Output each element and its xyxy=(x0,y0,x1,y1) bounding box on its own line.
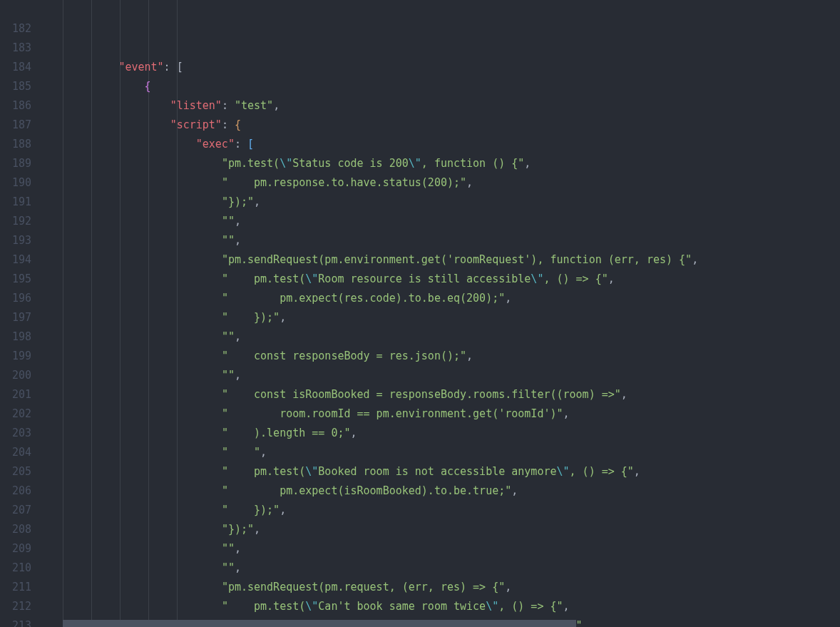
code-line[interactable]: "pm.sendRequest(pm.environment.get('room… xyxy=(41,250,840,270)
line-number: 185 xyxy=(0,77,31,96)
whitespace xyxy=(41,369,222,382)
whitespace xyxy=(41,465,222,478)
code-line[interactable]: "});", xyxy=(41,520,840,539)
code-line[interactable]: " pm.test(\"Room resource is still acces… xyxy=(41,270,840,289)
line-number: 202 xyxy=(0,404,31,424)
code-line[interactable]: "pm.test(\"Status code is 200\", functio… xyxy=(41,154,840,173)
code-line[interactable]: { xyxy=(41,77,840,96)
whitespace xyxy=(41,292,222,305)
token-str: "" xyxy=(222,542,235,555)
line-number: 184 xyxy=(0,58,31,77)
code-line[interactable]: "", xyxy=(41,559,840,578)
token-punc: , xyxy=(563,600,570,613)
code-line[interactable]: " room.roomId == pm.environment.get('roo… xyxy=(41,404,840,424)
token-str: Status code is 200 xyxy=(292,157,409,170)
token-punc: , xyxy=(235,215,241,228)
token-str: "" xyxy=(222,561,235,574)
line-number: 188 xyxy=(0,135,31,154)
token-esc: \" xyxy=(409,157,421,170)
code-line[interactable]: "exec": [ xyxy=(41,135,840,154)
token-punc: , xyxy=(273,99,280,112)
code-line[interactable]: "script": { xyxy=(41,116,840,135)
code-line[interactable]: " pm.response.to.have.status(200);", xyxy=(41,173,840,193)
code-line[interactable]: "", xyxy=(41,212,840,231)
code-line[interactable]: " const isRoomBooked = responseBody.room… xyxy=(41,385,840,404)
whitespace xyxy=(41,118,170,131)
whitespace xyxy=(41,157,222,170)
token-punc: , xyxy=(524,157,531,170)
code-area[interactable]: "event": [ { "listen": "test", "script":… xyxy=(41,0,840,627)
line-number: 194 xyxy=(0,250,31,270)
code-line[interactable]: "event": [ xyxy=(41,58,840,77)
whitespace xyxy=(41,99,170,112)
code-line[interactable]: " ", xyxy=(41,443,840,462)
token-punc: : xyxy=(222,118,235,131)
code-line[interactable]: "listen": "test", xyxy=(41,96,840,116)
token-punc: , xyxy=(563,407,570,420)
line-number: 205 xyxy=(0,462,31,481)
line-number: 197 xyxy=(0,308,31,327)
whitespace xyxy=(41,542,222,555)
whitespace xyxy=(41,407,222,420)
token-punc: , xyxy=(235,542,241,555)
line-number: 195 xyxy=(0,270,31,289)
token-str: "});" xyxy=(222,523,254,536)
code-line[interactable]: " pm.test(\"Can't book same room twice\"… xyxy=(41,597,840,616)
whitespace xyxy=(41,600,222,613)
token-str: "pm.sendRequest(pm.environment.get('room… xyxy=(222,253,692,266)
code-line[interactable]: "", xyxy=(41,539,840,559)
line-number: 212 xyxy=(0,597,31,616)
token-punc: , xyxy=(692,253,698,266)
code-line[interactable]: " ).length == 0;", xyxy=(41,424,840,443)
line-number: 209 xyxy=(0,539,31,559)
token-key: "event" xyxy=(118,61,163,73)
token-esc: \" xyxy=(305,272,318,285)
token-punc: , xyxy=(280,311,286,324)
token-punc: , xyxy=(505,581,511,593)
token-str: Room resource is still accessible xyxy=(318,272,531,285)
line-number-gutter: 1821831841851861871881891901911921931941… xyxy=(0,0,41,627)
token-punc: , xyxy=(621,388,628,401)
horizontal-scrollbar-thumb[interactable] xyxy=(63,620,576,627)
code-line[interactable]: " pm.test(\"Booked room is not accessibl… xyxy=(41,462,840,481)
token-key: "script" xyxy=(170,118,222,131)
whitespace xyxy=(41,176,222,189)
line-number: 189 xyxy=(0,154,31,173)
token-esc: \" xyxy=(280,157,292,170)
code-line[interactable]: " pm.expect(res.code).to.be.eq(200);", xyxy=(41,289,840,308)
token-str: " room.roomId == pm.environment.get('roo… xyxy=(222,407,563,420)
token-str: "" xyxy=(222,330,235,343)
token-str: "pm.test( xyxy=(222,157,280,170)
token-punc: , xyxy=(505,292,511,305)
code-line[interactable]: "", xyxy=(41,366,840,385)
token-str: , function () {" xyxy=(421,157,525,170)
token-str: "});" xyxy=(222,195,254,208)
token-punc: : xyxy=(222,99,235,112)
token-punc: , xyxy=(351,427,357,439)
line-number: 199 xyxy=(0,347,31,366)
line-number: 200 xyxy=(0,366,31,385)
token-brace2: { xyxy=(235,118,241,131)
whitespace xyxy=(41,61,118,73)
code-line[interactable]: " const responseBody = res.json();", xyxy=(41,347,840,366)
code-line[interactable]: " pm.expect(isRoomBooked).to.be.true;", xyxy=(41,481,840,501)
whitespace xyxy=(41,388,222,401)
code-line[interactable]: "});", xyxy=(41,193,840,212)
line-number: 187 xyxy=(0,116,31,135)
line-number: 208 xyxy=(0,520,31,539)
code-line[interactable]: "", xyxy=(41,327,840,347)
code-line[interactable]: " });", xyxy=(41,501,840,520)
token-punc: : [ xyxy=(164,61,183,73)
line-number: 190 xyxy=(0,173,31,193)
token-punc: , xyxy=(280,504,286,516)
whitespace xyxy=(41,350,222,362)
code-line[interactable]: "", xyxy=(41,231,840,250)
token-brace3: [ xyxy=(247,138,254,151)
token-esc: \" xyxy=(305,600,318,613)
code-line[interactable]: "pm.sendRequest(pm.request, (err, res) =… xyxy=(41,578,840,597)
token-str: "" xyxy=(222,215,235,228)
code-editor[interactable]: 1821831841851861871881891901911921931941… xyxy=(0,0,840,627)
code-line[interactable]: " });", xyxy=(41,308,840,327)
whitespace xyxy=(41,311,222,324)
line-number: 201 xyxy=(0,385,31,404)
